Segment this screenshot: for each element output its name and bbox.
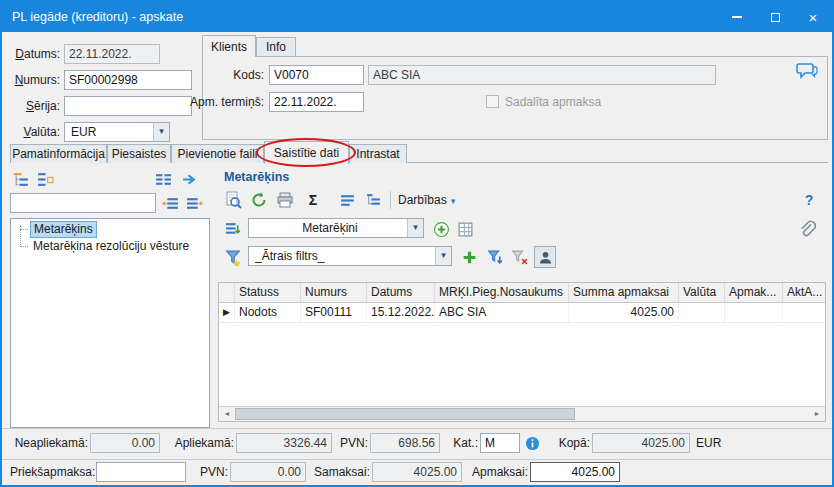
pvn2-field: 0.00 — [230, 462, 306, 482]
goto-button[interactable] — [178, 168, 200, 190]
close-button[interactable]: × — [794, 2, 832, 32]
view-select-value: Metarēķini — [255, 219, 405, 237]
tab-piesaistes[interactable]: Piesaistes — [107, 144, 171, 163]
paperclip-icon — [798, 220, 816, 238]
refresh-icon — [250, 191, 268, 209]
termins-input[interactable] — [269, 92, 364, 112]
window-body: Datums: 22.11.2022. Numurs: Sērija: Valū… — [2, 32, 832, 485]
apmaksai-input[interactable] — [530, 462, 620, 482]
list-view-button[interactable] — [336, 189, 358, 211]
neapliekama-field: 0.00 — [90, 433, 160, 453]
chevron-down-icon: ▾ — [451, 196, 456, 206]
prieksapmaksa-input[interactable] — [96, 462, 186, 482]
cell-numurs: SF00111 — [301, 303, 367, 323]
tab-info[interactable]: Info — [256, 37, 296, 57]
user-filter-button[interactable] — [534, 246, 556, 268]
close-icon: × — [809, 10, 818, 25]
grid-header-akta[interactable]: AktA... — [783, 283, 826, 303]
tree-collapse-button[interactable] — [34, 168, 56, 190]
kods-input[interactable] — [269, 65, 364, 85]
grid-header-statuss[interactable]: Statuss — [235, 283, 301, 303]
grid-header-datums[interactable]: Datums — [367, 283, 435, 303]
scroll-right-icon[interactable]: ► — [809, 407, 825, 421]
grid-header-apmak[interactable]: Apmak... — [725, 283, 783, 303]
minimize-button[interactable] — [718, 2, 756, 32]
kat-input[interactable] — [480, 433, 520, 453]
client-name-field: ABC SIA — [368, 65, 716, 85]
add-view-button[interactable] — [430, 218, 452, 240]
tab-pievienotie-faili[interactable]: Pievienotie faili — [171, 144, 264, 163]
sadalita-checkbox — [486, 95, 499, 108]
print-button[interactable] — [274, 189, 296, 211]
numurs-input[interactable] — [64, 70, 192, 90]
kopa-field: 4025.00 — [592, 433, 690, 453]
chevron-down-icon: ▾ — [407, 219, 423, 237]
view-select[interactable]: Metarēķini ▾ — [248, 218, 424, 238]
tree-item-rezoluciju-vesture[interactable]: Metarēķina rezolūciju vēsture — [30, 238, 192, 255]
preview-button[interactable] — [222, 189, 244, 211]
info-button[interactable] — [523, 434, 541, 452]
chat-icon[interactable] — [796, 60, 818, 82]
serija-label: Sērija: — [2, 96, 60, 116]
attachment-button[interactable] — [796, 218, 818, 240]
tree-item-metarekins[interactable]: Metarēķins — [30, 221, 97, 238]
printer-icon — [276, 191, 294, 209]
info-icon — [525, 436, 540, 451]
quick-filter-select[interactable]: _Ātrais filtrs_ ▾ — [248, 246, 452, 266]
refresh-button[interactable] — [248, 189, 270, 211]
scroll-left-icon[interactable]: ◄ — [219, 407, 235, 421]
cell-apmak — [725, 303, 783, 323]
tree-view[interactable]: Metarēķins Metarēķina rezolūciju vēsture — [10, 218, 210, 428]
apliekama-label: Apliekamā: — [164, 433, 234, 453]
clear-filter-button[interactable] — [508, 246, 530, 268]
apply-filter-button[interactable] — [484, 246, 506, 268]
grid-header-numurs[interactable]: Numurs — [301, 283, 367, 303]
tree-line — [20, 246, 28, 247]
tree-search-input[interactable] — [10, 193, 156, 213]
tree-expand-button[interactable] — [10, 168, 32, 190]
grid-header-nosaukums[interactable]: MRĶI.Pieg.Nosaukums — [435, 283, 569, 303]
scrollbar-thumb[interactable] — [235, 408, 575, 420]
results-grid: Statuss Numurs Datums MRĶI.Pieg.Nosaukum… — [218, 282, 826, 422]
tab-pamatinformacija[interactable]: Pamatinformācija — [10, 144, 107, 163]
maximize-icon — [771, 13, 780, 22]
chevron-down-icon: ▾ — [435, 247, 451, 265]
kat-label: Kat.: — [444, 433, 478, 453]
darbibas-button[interactable]: Darbības▾ — [398, 189, 455, 211]
numurs-label: Numurs: — [2, 70, 60, 90]
tab-saistitie-dati[interactable]: Saistītie dati — [264, 141, 349, 164]
tab-intrastat[interactable]: Intrastat — [349, 144, 407, 163]
help-button[interactable]: ? — [798, 189, 820, 211]
grid-settings-button[interactable] — [454, 218, 476, 240]
grid-header-summa[interactable]: Summa apmaksai — [569, 283, 679, 303]
filter-next-button[interactable] — [183, 192, 205, 214]
add-green-icon — [433, 221, 450, 238]
filter-clear-icon — [511, 249, 528, 266]
detail-panel-title: Metarēķins — [224, 167, 289, 187]
samaksai-field: 4025.00 — [372, 462, 462, 482]
horizontal-scrollbar[interactable]: ◄ ► — [219, 406, 825, 421]
columns-icon — [155, 171, 172, 188]
grid-row[interactable]: ▶ Nodots SF00111 15.12.2022. ABC SIA 402… — [219, 303, 826, 323]
pvn2-label: PVN: — [200, 462, 228, 482]
sum-button[interactable]: Σ — [302, 189, 324, 211]
add-filter-button[interactable] — [458, 246, 480, 268]
view-config-button[interactable] — [222, 218, 244, 240]
filter-button[interactable] — [222, 246, 244, 268]
maximize-button[interactable] — [756, 2, 794, 32]
person-icon — [538, 250, 553, 265]
grid-header-valuta[interactable]: Valūta — [679, 283, 725, 303]
tree-line — [20, 229, 28, 230]
serija-input[interactable] — [64, 96, 192, 116]
group-view-button[interactable] — [362, 189, 384, 211]
valuta-label: Valūta: — [2, 122, 60, 142]
tab-klients[interactable]: Klients — [202, 35, 256, 57]
filter-prev-button[interactable] — [159, 192, 181, 214]
list-arrow-left-icon — [162, 195, 179, 212]
grid-header-marker[interactable] — [219, 283, 235, 303]
datums-label: Datums: — [2, 44, 60, 64]
columns-button[interactable] — [152, 168, 174, 190]
grid-header-row: Statuss Numurs Datums MRĶI.Pieg.Nosaukum… — [219, 283, 826, 303]
neapliekama-label: Neapliekamā: — [10, 433, 88, 453]
valuta-select[interactable]: EUR ▾ — [64, 122, 170, 142]
